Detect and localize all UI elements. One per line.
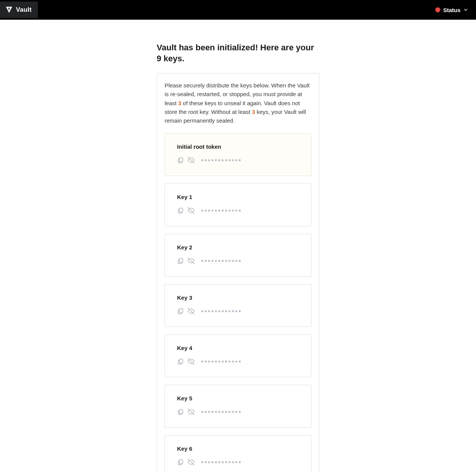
svg-point-0	[8, 8, 9, 9]
key-row	[177, 207, 299, 214]
svg-rect-13	[179, 309, 183, 313]
copy-icon[interactable]	[177, 257, 184, 264]
root-token-row	[177, 157, 299, 163]
key-card: Key 6	[165, 435, 311, 473]
eye-off-icon[interactable]	[188, 408, 194, 415]
key-label: Key 4	[177, 345, 299, 351]
masked-value	[201, 210, 241, 212]
copy-icon[interactable]	[177, 459, 184, 465]
threshold-value-b: 3	[252, 109, 255, 115]
svg-rect-17	[179, 409, 183, 414]
masked-value	[201, 361, 241, 363]
svg-point-4	[9, 9, 9, 9]
masked-value	[201, 260, 241, 262]
svg-point-3	[8, 9, 9, 9]
copy-icon[interactable]	[177, 408, 184, 415]
key-row	[177, 358, 299, 365]
svg-rect-19	[179, 460, 183, 464]
key-card: Key 4	[165, 335, 311, 377]
main-content: Vault has been initialized! Here are you…	[157, 42, 319, 473]
masked-value	[201, 461, 241, 463]
key-row	[177, 459, 299, 465]
status-label: Status	[443, 7, 460, 13]
threshold-value-a: 3	[178, 100, 181, 106]
key-row	[177, 257, 299, 264]
key-card: Key 3	[165, 284, 311, 327]
root-token-label: Initial root token	[177, 143, 299, 150]
copy-icon[interactable]	[177, 157, 184, 163]
key-list: Initial root token	[165, 133, 311, 473]
key-row	[177, 308, 299, 314]
keys-container: Please securely distribute the keys belo…	[157, 73, 319, 473]
eye-off-icon[interactable]	[188, 459, 194, 465]
copy-icon[interactable]	[177, 308, 184, 314]
key-label: Key 2	[177, 244, 299, 251]
info-paragraph: Please securely distribute the keys belo…	[165, 81, 311, 125]
svg-rect-7	[179, 158, 183, 162]
key-card: Key 2	[165, 234, 311, 277]
key-card: Key 5	[165, 385, 311, 428]
eye-off-icon[interactable]	[188, 257, 194, 264]
key-label: Key 1	[177, 194, 299, 200]
chevron-down-icon	[463, 7, 468, 12]
svg-point-6	[9, 10, 9, 11]
copy-icon[interactable]	[177, 207, 184, 214]
svg-point-2	[9, 8, 10, 9]
app-name: Vault	[16, 6, 32, 14]
svg-point-1	[9, 8, 9, 9]
masked-value	[201, 159, 241, 161]
key-card: Key 1	[165, 184, 311, 226]
app-header: Vault Status	[0, 0, 476, 20]
masked-value	[201, 411, 241, 413]
masked-value	[201, 310, 241, 312]
app-logo[interactable]: Vault	[0, 2, 38, 18]
eye-off-icon[interactable]	[188, 207, 194, 214]
page-title: Vault has been initialized! Here are you…	[157, 42, 319, 64]
svg-rect-9	[179, 208, 183, 212]
eye-off-icon[interactable]	[188, 308, 194, 314]
key-label: Key 5	[177, 395, 299, 401]
svg-rect-15	[179, 359, 183, 363]
key-label: Key 6	[177, 445, 299, 452]
svg-point-5	[9, 9, 10, 9]
vault-logo-icon	[5, 6, 13, 14]
svg-rect-11	[179, 258, 183, 263]
copy-icon[interactable]	[177, 358, 184, 365]
eye-off-icon[interactable]	[188, 157, 194, 163]
root-token-card: Initial root token	[165, 133, 311, 176]
status-indicator-icon	[435, 7, 440, 12]
key-label: Key 3	[177, 294, 299, 301]
key-row	[177, 408, 299, 415]
status-dropdown[interactable]: Status	[435, 7, 468, 13]
eye-off-icon[interactable]	[188, 358, 194, 365]
